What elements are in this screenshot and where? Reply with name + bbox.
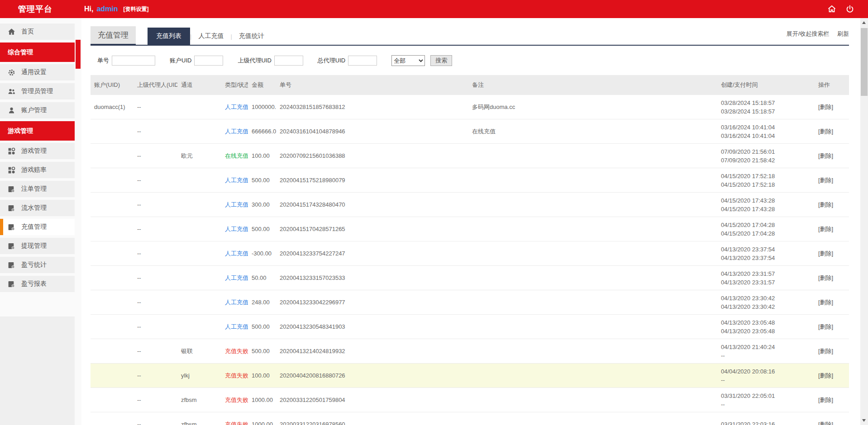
tab-manual-recharge[interactable]: 人工充值: [191, 28, 230, 45]
cell-account-uid: [91, 339, 134, 364]
table-row: --ylkj充值失败100.002020040420081688072604/0…: [91, 364, 849, 388]
tab-recharge-stats[interactable]: 充值统计: [232, 28, 271, 45]
sidebar-item[interactable]: 通用设置: [0, 64, 75, 80]
cell-account-uid: [91, 315, 134, 339]
scroll-up-arrow-icon[interactable]: [862, 21, 866, 24]
power-logout-icon[interactable]: [845, 5, 854, 14]
sidebar-item[interactable]: 盈亏统计: [0, 257, 75, 273]
sidebar-item[interactable]: 游戏管理: [0, 143, 75, 159]
cell-parent-agent: --: [134, 95, 177, 119]
page-title: 充值管理: [91, 26, 136, 46]
column-header: 备注: [468, 75, 717, 95]
cell-type-status: 人工充值: [221, 168, 248, 193]
cell-account-uid: duomacc(1): [91, 95, 134, 119]
cell-account-uid: [91, 266, 134, 290]
sidebar-item-active[interactable]: 充值管理: [0, 219, 75, 235]
cell-order-no: 20200415174328480470: [276, 193, 468, 217]
paid-time: 04/13/2020 23:31:57: [721, 278, 815, 287]
order-no-input[interactable]: [112, 56, 155, 66]
sidebar-scrollbar-thumb[interactable]: [76, 40, 81, 69]
cell-create-pay-time: 07/09/2020 21:56:0107/09/2020 21:58:42: [717, 144, 815, 168]
table-row: --银联充值失败500.002020041321402481993204/13/…: [91, 339, 849, 364]
profile-settings-link[interactable]: [资料设置]: [124, 6, 149, 12]
cell-remark: [468, 290, 717, 315]
status-text: 人工充值: [225, 128, 248, 135]
cell-amount: 300.00: [248, 193, 276, 217]
status-text: 人工充值: [225, 274, 248, 281]
delete-link[interactable]: [删除]: [818, 274, 833, 281]
delete-link[interactable]: [删除]: [818, 152, 833, 159]
cell-type-status: 充值失败: [221, 339, 248, 364]
cell-amount: 50.00: [248, 266, 276, 290]
delete-link[interactable]: [删除]: [818, 250, 833, 257]
paid-time: 04/13/2020 23:37:54: [721, 254, 815, 262]
parent-agent-uid-label: 上级代理UID: [238, 57, 271, 65]
delete-link[interactable]: [删除]: [818, 201, 833, 208]
delete-link[interactable]: [删除]: [818, 348, 833, 354]
sidebar-item[interactable]: 提现管理: [0, 238, 75, 254]
cell-parent-agent: --: [134, 364, 177, 388]
cell-amount: 666666.00: [248, 119, 276, 144]
cell-actions: [删除]: [815, 193, 849, 217]
table-row: --zfbsm充值失败1000.002020033122031697856003…: [91, 412, 849, 425]
cell-type-status: 在线充值: [221, 144, 248, 168]
general-agent-uid-input[interactable]: [348, 56, 377, 66]
cell-order-no: 20200413233042296977: [276, 290, 468, 315]
cell-type-status: 人工充值: [221, 217, 248, 241]
cell-create-pay-time: 03/16/2024 10:41:0403/16/2024 10:41:04: [717, 119, 815, 144]
delete-link[interactable]: [删除]: [818, 323, 833, 330]
parent-agent-uid-input[interactable]: [274, 56, 303, 66]
account-uid-input[interactable]: [194, 56, 223, 66]
delete-link[interactable]: [删除]: [818, 128, 833, 135]
search-button[interactable]: 搜索: [430, 55, 452, 66]
cell-channel: [177, 119, 221, 144]
toggle-search-link[interactable]: 展开/收起搜索栏: [787, 30, 830, 37]
delete-link[interactable]: [删除]: [818, 421, 833, 425]
sidebar-item[interactable]: 账户管理: [0, 102, 75, 118]
status-text: 充值失败: [225, 421, 248, 425]
cell-actions: [删除]: [815, 266, 849, 290]
sidebar-item[interactable]: 首页: [0, 24, 75, 40]
cell-account-uid: [91, 193, 134, 217]
delete-link[interactable]: [删除]: [818, 177, 833, 184]
delete-link[interactable]: [删除]: [818, 397, 833, 403]
sidebar-item-label: 盈亏统计: [21, 261, 47, 269]
status-text: 充值失败: [225, 348, 248, 354]
cell-remark: [468, 217, 717, 241]
scrollbar-thumb[interactable]: [861, 28, 868, 96]
sidebar-item[interactable]: 盈亏报表: [0, 276, 75, 292]
delete-link[interactable]: [删除]: [818, 226, 833, 232]
cell-create-pay-time: 04/13/2020 23:37:5404/13/2020 23:37:54: [717, 241, 815, 266]
tab-bar: 充值管理 充值列表 | 人工充值 | 充值统计: [91, 26, 849, 46]
delete-link[interactable]: [删除]: [818, 299, 833, 306]
sidebar-item[interactable]: 游戏赔率: [0, 162, 75, 178]
table-row: --人工充值500.002020041517521898007904/15/20…: [91, 168, 849, 193]
status-text: 人工充值: [225, 226, 248, 232]
sidebar-item[interactable]: 流水管理: [0, 200, 75, 216]
status-text: 人工充值: [225, 104, 248, 110]
paid-time: 04/15/2020 17:43:28: [721, 205, 815, 213]
refresh-link[interactable]: 刷新: [837, 30, 849, 37]
cell-create-pay-time: 04/13/2020 23:30:4204/13/2020 23:30:42: [717, 290, 815, 315]
sidebar-item-label: 充值管理: [21, 223, 47, 231]
vertical-scrollbar[interactable]: [860, 18, 868, 425]
status-text: 人工充值: [225, 323, 248, 330]
home-icon[interactable]: [827, 5, 836, 14]
scroll-down-arrow-icon[interactable]: [862, 419, 866, 422]
sidebar-item-label: 游戏管理: [21, 147, 47, 155]
status-filter-select[interactable]: 全部: [391, 55, 425, 66]
created-time: 04/04/2020 20:08:16: [721, 367, 815, 376]
sidebar-item[interactable]: 注单管理: [0, 181, 75, 197]
delete-link[interactable]: [删除]: [818, 104, 833, 110]
cell-parent-agent: --: [134, 241, 177, 266]
admins-icon: [8, 88, 15, 95]
status-text: 人工充值: [225, 177, 248, 184]
tab-recharge-list[interactable]: 充值列表: [148, 28, 190, 45]
cell-parent-agent: --: [134, 290, 177, 315]
sidebar-item[interactable]: 管理员管理: [0, 83, 75, 99]
cell-remark: [468, 388, 717, 412]
delete-link[interactable]: [删除]: [818, 372, 833, 379]
cell-type-status: 人工充值: [221, 193, 248, 217]
sidebar-item-label: 注单管理: [21, 185, 47, 193]
cell-type-status: 充值失败: [221, 412, 248, 425]
